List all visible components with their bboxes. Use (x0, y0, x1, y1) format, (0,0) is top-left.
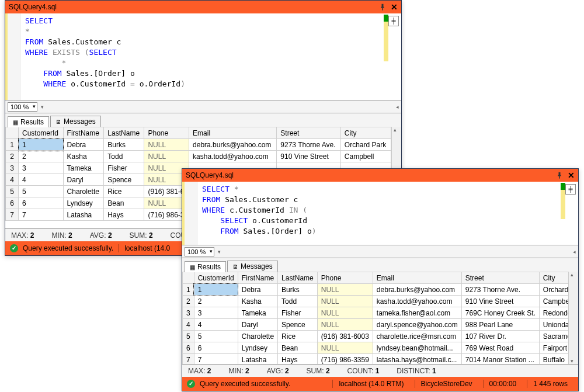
row-number[interactable]: 6 (183, 342, 194, 354)
cell[interactable]: Campbell (539, 296, 568, 307)
close-icon[interactable]: ✕ (568, 171, 575, 180)
cell[interactable]: latasha.hays@hotmail.c... (373, 354, 461, 365)
row-number[interactable]: 4 (6, 174, 19, 186)
col-header[interactable]: LastName (278, 272, 318, 284)
vertical-scrollbar[interactable] (568, 272, 578, 364)
cell[interactable]: 9273 Thorne Ave. (277, 139, 341, 151)
row-number[interactable]: 3 (183, 307, 194, 319)
cell[interactable]: Bean (278, 342, 318, 354)
row-number[interactable]: 7 (183, 354, 194, 365)
cell[interactable]: kasha.todd@yahoo.com (373, 296, 461, 307)
zoom-caret-icon[interactable]: ▾ (218, 249, 221, 255)
cell[interactable]: Fisher (278, 307, 318, 319)
cell[interactable]: 2 (194, 296, 238, 307)
cell[interactable]: 9273 Thorne Ave. (461, 284, 539, 296)
cell[interactable]: Uniondale (539, 319, 568, 331)
titlebar[interactable]: SQLQuery4.sql ✕ (5, 1, 401, 13)
row-number[interactable]: 5 (6, 186, 19, 197)
cell[interactable]: Todd (278, 296, 318, 307)
table-row[interactable]: 11DebraBurksNULLdebra.burks@yahoo.com927… (6, 139, 391, 151)
col-header[interactable]: Street (277, 127, 341, 139)
table-row[interactable]: 77LatashaHays(716) 986-3359latasha.hays@… (183, 354, 569, 365)
cell[interactable]: NULL (144, 139, 189, 151)
cell[interactable]: (716) 986-3359 (317, 354, 373, 365)
cell[interactable]: NULL (317, 342, 373, 354)
cell[interactable]: daryl.spence@yahoo.com (373, 319, 461, 331)
cell[interactable]: tameka.fisher@aol.com (373, 307, 461, 319)
row-number[interactable]: 4 (183, 319, 194, 331)
cell[interactable]: Todd (104, 151, 144, 162)
zoom-caret-icon[interactable]: ▾ (41, 104, 44, 110)
cell[interactable]: Hays (278, 354, 318, 365)
sql-editor[interactable]: SELECT * FROM Sales.Customer c WHERE EXI… (5, 13, 401, 100)
tab-messages[interactable]: 🗎 Messages (50, 116, 101, 127)
cell[interactable]: 4 (194, 319, 238, 331)
cell[interactable]: Redondo Be (539, 307, 568, 319)
cell[interactable]: 6 (194, 342, 238, 354)
cell[interactable]: Tameka (238, 307, 277, 319)
cell[interactable]: 7014 Manor Station ... (461, 354, 539, 365)
split-button[interactable]: ╪ (565, 184, 576, 195)
table-row[interactable]: 22KashaToddNULLkasha.todd@yahoo.com910 V… (183, 296, 569, 307)
table-row[interactable]: 55CharoletteRice(916) 381-6003charolette… (183, 331, 569, 342)
row-number[interactable]: 5 (183, 331, 194, 342)
cell[interactable]: 107 River Dr. (461, 331, 539, 342)
cell[interactable]: Burks (278, 284, 318, 296)
titlebar[interactable]: SQLQuery4.sql ✕ (182, 169, 578, 182)
cell[interactable]: charolette.rice@msn.com (373, 331, 461, 342)
cell[interactable]: 910 Vine Street (277, 151, 341, 162)
pin-icon[interactable] (379, 4, 386, 11)
table-row[interactable]: 66LyndseyBeanNULLlyndsey.bean@hotmail...… (183, 342, 569, 354)
table-row[interactable]: 33TamekaFisherNULLtameka.fisher@aol.com7… (183, 307, 569, 319)
cell[interactable]: 6 (19, 197, 64, 209)
cell[interactable]: Hays (104, 209, 144, 221)
tab-results[interactable]: ▦ Results (8, 116, 49, 127)
cell[interactable]: Spence (104, 174, 144, 186)
tab-results[interactable]: ▦ Results (185, 261, 226, 272)
cell[interactable]: Burks (104, 139, 144, 151)
row-number[interactable]: 2 (6, 151, 19, 162)
cell[interactable]: (916) 381-6003 (317, 331, 373, 342)
cell[interactable]: 2 (19, 151, 64, 162)
cell[interactable]: Kasha (63, 151, 104, 162)
cell[interactable]: Lyndsey (63, 197, 104, 209)
cell[interactable]: Debra (63, 139, 104, 151)
col-header[interactable]: FirstName (63, 127, 104, 139)
col-header[interactable]: City (539, 272, 568, 284)
table-row[interactable]: 11DebraBurksNULLdebra.burks@yahoo.com927… (183, 284, 569, 296)
cell[interactable]: Latasha (63, 209, 104, 221)
cell[interactable]: 988 Pearl Lane (461, 319, 539, 331)
cell[interactable]: Spence (278, 319, 318, 331)
table-row[interactable]: 22KashaToddNULLkasha.todd@yahoo.com910 V… (6, 151, 391, 162)
cell[interactable]: debra.burks@yahoo.com (373, 284, 461, 296)
cell[interactable]: Lyndsey (238, 342, 277, 354)
cell[interactable]: Fairport (539, 342, 568, 354)
cell[interactable]: 7 (194, 354, 238, 365)
table-row[interactable]: 44DarylSpenceNULLdaryl.spence@yahoo.com9… (183, 319, 569, 331)
col-header[interactable]: Street (461, 272, 539, 284)
cell[interactable]: 769C Honey Creek St. (461, 307, 539, 319)
zoom-dropdown[interactable]: 100 % (185, 247, 214, 256)
cell[interactable]: lyndsey.bean@hotmail... (373, 342, 461, 354)
row-number[interactable]: 2 (183, 296, 194, 307)
col-header[interactable]: Phone (317, 272, 373, 284)
tab-messages[interactable]: 🗎 Messages (227, 261, 278, 272)
cell[interactable]: 1 (194, 284, 238, 296)
row-number[interactable]: 7 (6, 209, 19, 221)
col-header[interactable]: Email (189, 127, 277, 139)
scroll-left-icon[interactable]: ◂ (396, 104, 399, 110)
cell[interactable]: 3 (194, 307, 238, 319)
cell[interactable]: 7 (19, 209, 64, 221)
cell[interactable]: Daryl (63, 174, 104, 186)
cell[interactable]: NULL (317, 284, 373, 296)
cell[interactable]: 5 (19, 186, 64, 197)
pin-icon[interactable] (556, 172, 563, 179)
col-header[interactable]: CustomerId (19, 127, 64, 139)
cell[interactable]: 4 (19, 174, 64, 186)
cell[interactable]: Charolette (238, 331, 277, 342)
row-header[interactable] (183, 272, 194, 284)
cell[interactable]: Buffalo (539, 354, 568, 365)
split-button[interactable]: ╪ (388, 16, 399, 26)
cell[interactable]: Campbell (340, 151, 391, 162)
col-header[interactable]: CustomerId (194, 272, 238, 284)
